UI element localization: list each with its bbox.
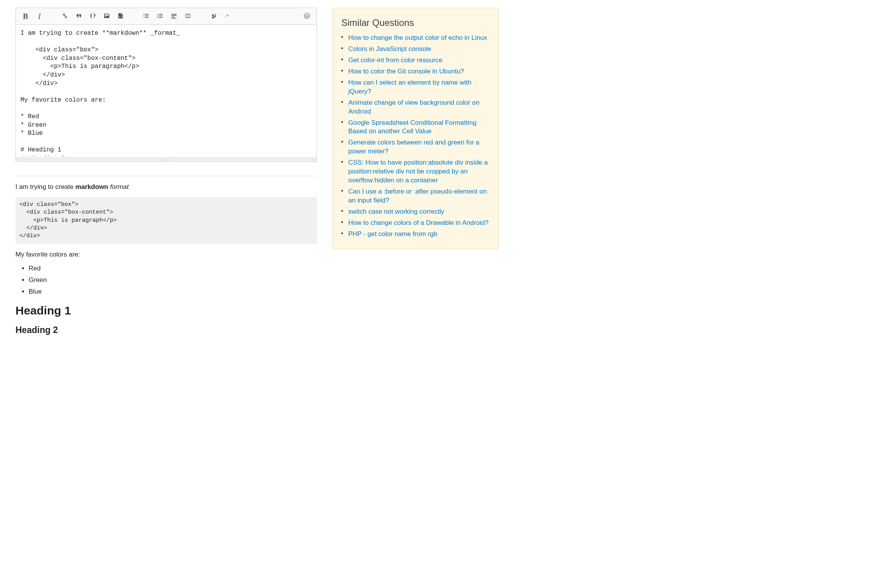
preview-color-list: Red Green Blue (18, 265, 317, 296)
list-item: Blue (29, 288, 317, 296)
code-button[interactable] (86, 10, 99, 23)
markdown-textarea[interactable] (16, 25, 317, 156)
preview-intro-italic: format (110, 183, 129, 190)
similar-question-link[interactable]: How can I select an element by name with… (348, 79, 471, 95)
numbered-list-button[interactable] (140, 10, 153, 23)
snippet-button[interactable] (114, 10, 127, 23)
similar-question-link[interactable]: How to change colors of a Drawable in An… (348, 219, 489, 226)
similar-question-link[interactable]: Generate colors between red and green fo… (348, 139, 479, 155)
markdown-editor: B I (15, 8, 317, 162)
undo-button[interactable] (207, 10, 220, 23)
image-button[interactable] (100, 10, 113, 23)
editor-preview-divider (15, 176, 317, 176)
heading-icon (170, 12, 178, 21)
help-icon (303, 12, 311, 21)
blockquote-button[interactable] (72, 10, 85, 23)
similar-question-link[interactable]: CSS: How to have position:absolute div i… (348, 159, 488, 184)
similar-question-link[interactable]: Can I use a :before or :after pseudo-ele… (348, 188, 487, 204)
preview-heading-2: Heading 2 (15, 325, 317, 335)
redo-icon (223, 12, 231, 21)
code-snippet-icon (117, 12, 124, 21)
list-item: Red (29, 265, 317, 272)
preview-intro-bold: markdown (75, 183, 108, 190)
link-button[interactable] (58, 10, 72, 23)
preview-heading-1: Heading 1 (15, 304, 317, 317)
similar-question-link[interactable]: switch case not working correctly (348, 208, 444, 215)
similar-question-link[interactable]: How to color the Git console in Ubuntu? (348, 68, 464, 75)
similar-question-link[interactable]: Get color-int from color resource (348, 56, 443, 64)
preview-intro-prefix: I am trying to create (15, 183, 75, 190)
unordered-list-icon (156, 12, 164, 21)
similar-questions-list: How to change the output color of echo i… (341, 34, 490, 239)
preview-codeblock: <div class="box"> <div class="box-conten… (15, 197, 317, 244)
similar-questions-panel: Similar Questions How to change the outp… (332, 8, 499, 249)
redo-button[interactable] (221, 10, 234, 23)
similar-question-link[interactable]: Animate change of view background color … (348, 99, 479, 115)
heading-button[interactable] (167, 10, 181, 23)
preview-list-intro: My favorite colors are: (15, 251, 317, 258)
similar-questions-title: Similar Questions (341, 17, 490, 28)
help-button[interactable] (300, 10, 313, 23)
braces-icon (89, 12, 97, 21)
italic-button[interactable]: I (33, 10, 46, 23)
hr-icon (184, 12, 192, 21)
undo-icon (209, 12, 217, 21)
bold-button[interactable]: B (19, 10, 32, 23)
similar-question-link[interactable]: Google Spreadsheet Conditional Formattin… (348, 119, 477, 135)
similar-question-link[interactable]: PHP - get color name from rgb (348, 230, 437, 238)
list-item: Green (29, 276, 317, 284)
horizontal-rule-button[interactable] (181, 10, 194, 23)
similar-question-link[interactable]: How to change the output color of echo i… (348, 34, 487, 41)
ordered-list-icon (142, 12, 150, 21)
editor-toolbar: B I (16, 8, 317, 25)
markdown-preview: I am trying to create markdown format <d… (15, 183, 317, 335)
bullet-list-button[interactable] (153, 10, 167, 23)
similar-question-link[interactable]: Colors in JavaScript console (348, 45, 431, 53)
quote-icon (75, 12, 83, 21)
link-icon (61, 12, 69, 21)
preview-intro: I am trying to create markdown format (15, 183, 317, 191)
image-icon (103, 12, 111, 21)
resize-grippie[interactable]: ····· (16, 157, 317, 161)
